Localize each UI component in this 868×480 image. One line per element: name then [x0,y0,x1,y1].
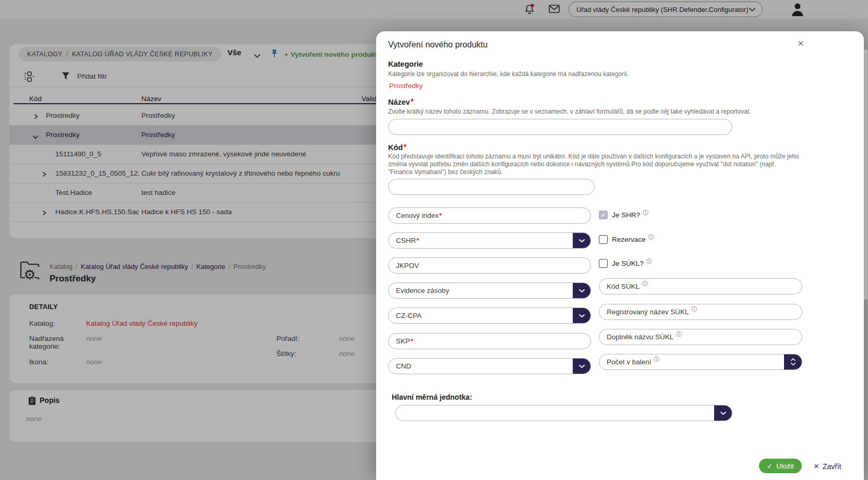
save-button[interactable]: ✓ Uložit [759,459,802,473]
chevron-down-icon[interactable] [573,307,590,324]
chevron-down-icon[interactable] [573,358,590,374]
kod-input-field[interactable] [396,179,594,194]
nazev-desc: Zvolte krátký název tohoto záznamu. Zobr… [388,108,805,116]
number-stepper[interactable] [784,354,802,370]
pocet-v-baleni-input[interactable]: Počet v baleníⓘ [599,354,802,370]
check-icon: ✓ [600,212,606,219]
kategorie-link[interactable]: Prostředky [389,82,423,90]
hlavni-merna-label: Hlavní měrná jednotka: [392,393,472,401]
modal-title: Vytvoření nového produktu [388,40,488,50]
hlavni-merna-select[interactable] [395,405,732,421]
nazev-label: Název* [388,97,414,107]
kod-sukl-input[interactable]: Kód SÚKLⓘ [599,278,802,294]
je-shr-checkbox[interactable]: ✓ [599,211,608,219]
kategorie-heading: Kategorie [388,60,423,68]
kod-input[interactable] [388,179,595,195]
required-asterisk: * [439,212,442,219]
required-asterisk: * [403,143,406,152]
doplnek-nazvu-sukl-input[interactable]: Doplněk názvu SÚKLⓘ [599,329,802,345]
kod-desc: Kód představuje identifikaci tohoto zázn… [388,153,805,176]
evidence-zasoby-select[interactable]: Evidence zásoby [388,282,591,299]
registrovany-nazev-sukl-input[interactable]: Registrovaný název SÚKLⓘ [599,304,802,320]
check-icon: ✓ [767,462,773,470]
je-sukl-label: Je SÚKL?ⓘ [612,260,652,268]
info-icon[interactable]: ⓘ [646,258,652,264]
kod-label: Kód* [388,143,406,152]
info-icon[interactable]: ⓘ [643,210,648,216]
close-button[interactable]: × Zavřít [814,461,841,472]
cnd-select[interactable]: CND [388,358,591,374]
scrollbar-thumb[interactable] [863,50,867,300]
create-product-modal: Vytvoření nového produktu × Kategorie Ka… [376,31,864,480]
required-asterisk: * [411,337,413,345]
chevron-down-icon[interactable] [573,282,590,299]
info-icon[interactable]: ⓘ [648,234,654,240]
nazev-input[interactable] [388,119,732,135]
rezervace-checkbox[interactable] [599,235,608,244]
skp-input[interactable]: SKP* [388,333,591,349]
rezervace-label: Rezervaceⓘ [612,236,654,244]
info-icon[interactable]: ⓘ [676,330,682,338]
nazev-input-field[interactable] [396,119,732,134]
je-sukl-checkbox[interactable] [599,259,608,268]
cz-cpa-select[interactable]: CZ-CPA [388,307,591,324]
kategorie-desc: Kategorie lze organizovat do hierarchie,… [388,70,805,78]
close-icon[interactable]: × [798,38,804,50]
required-asterisk: * [416,237,419,244]
cshr-select[interactable]: CSHR* [388,232,591,249]
info-icon[interactable]: ⓘ [642,280,648,288]
info-icon[interactable]: ⓘ [654,355,660,363]
chevron-down-icon[interactable] [573,232,590,249]
required-asterisk: * [411,97,414,106]
je-shr-label: Je SHR?ⓘ [612,211,648,219]
chevron-down-icon[interactable] [714,405,732,421]
info-icon[interactable]: ⓘ [692,305,697,313]
jkpov-input[interactable]: JKPOV [388,257,591,274]
cenovy-index-input[interactable]: Cenový index* [388,207,591,224]
close-x-icon: × [814,461,819,472]
